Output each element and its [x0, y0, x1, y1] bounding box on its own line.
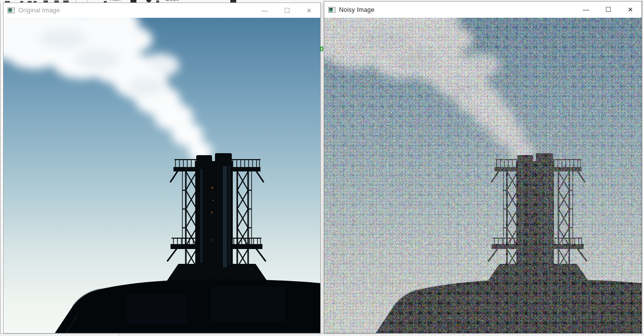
original-image-canvas[interactable]	[3, 18, 320, 333]
statusbar-divider	[464, 334, 464, 336]
window-noisy-image[interactable]: Noisy Image — ☐ ✕	[324, 1, 642, 334]
background-window-edge	[642, 0, 644, 336]
close-button[interactable]: ✕	[619, 6, 642, 13]
close-button[interactable]: ✕	[298, 7, 320, 14]
background-stray-green-zero: 0	[320, 45, 324, 53]
maximize-button[interactable]: ☐	[597, 6, 619, 13]
minimize-button[interactable]: —	[254, 7, 276, 14]
statusbar-divider	[119, 334, 119, 336]
titlebar[interactable]: Noisy Image — ☐ ✕	[324, 1, 642, 18]
window-title: Noisy Image	[339, 6, 375, 13]
background-statusbar-sliver	[0, 334, 644, 336]
noisy-image-canvas[interactable]	[324, 18, 642, 333]
window-title: Original Image	[18, 7, 60, 14]
window-original-image[interactable]: Original Image — ☐ ✕	[3, 2, 321, 334]
maximize-button[interactable]: ☐	[276, 7, 298, 14]
image-thumbnail-icon	[7, 7, 15, 13]
image-thumbnail-icon	[328, 7, 336, 13]
minimize-button[interactable]: —	[575, 6, 597, 13]
titlebar[interactable]: Original Image — ☐ ✕	[3, 3, 320, 18]
